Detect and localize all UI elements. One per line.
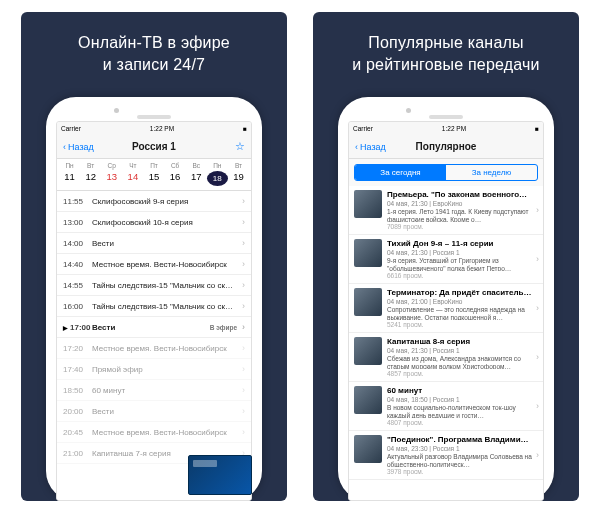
chevron-right-icon: › xyxy=(242,217,245,227)
popular-item[interactable]: 60 минут04 мая, 18:50 | Россия 1В новом … xyxy=(349,382,543,431)
phone-camera-dot xyxy=(114,108,119,113)
program-views: 6616 просм. xyxy=(387,272,538,279)
chevron-right-icon: › xyxy=(242,427,245,437)
live-player-pip[interactable] xyxy=(188,455,251,495)
schedule-row[interactable]: 14:55Тайны следствия-15 "Мальчик со скри… xyxy=(57,275,251,296)
chevron-right-icon: › xyxy=(536,254,539,264)
schedule-row[interactable]: 14:00Вести› xyxy=(57,233,251,254)
calendar-day[interactable]: 13 xyxy=(101,171,122,186)
program-title: Тихий Дон 9-я – 11-я серии xyxy=(387,239,538,248)
program-title: Терминатор: Да придёт спаситель… xyxy=(387,288,538,297)
chevron-right-icon: › xyxy=(242,280,245,290)
star-icon: ☆ xyxy=(235,140,245,152)
schedule-row[interactable]: 17:00ВестиВ эфире› xyxy=(57,317,251,338)
schedule-time: 17:40 xyxy=(63,365,87,374)
program-schedule[interactable]: 11:55Склифосовский 9-я серия›13:00Склифо… xyxy=(57,191,251,500)
promo-panel-right: Популярные каналы и рейтинговые передачи… xyxy=(313,12,579,501)
calendar-day[interactable]: 19 xyxy=(228,171,249,186)
segment-today[interactable]: За сегодня xyxy=(355,165,446,180)
phone-camera-dot xyxy=(406,108,411,113)
program-meta: 04 мая, 21:30 | ЕвроКино xyxy=(387,200,538,207)
program-thumbnail xyxy=(354,239,382,267)
back-button[interactable]: ‹ Назад xyxy=(63,142,94,152)
chevron-right-icon: › xyxy=(242,301,245,311)
schedule-time: 14:55 xyxy=(63,281,87,290)
favorite-button[interactable]: ☆ xyxy=(235,140,245,153)
schedule-title: Местное время. Вести-Новосибирск xyxy=(92,344,237,353)
program-title: Капитанша 8-я серия xyxy=(387,337,538,346)
schedule-time: 11:55 xyxy=(63,197,87,206)
schedule-row[interactable]: 17:40Прямой эфир› xyxy=(57,359,251,380)
schedule-row[interactable]: 13:00Склифосовский 10-я серия› xyxy=(57,212,251,233)
promo-panel-left: Онлайн-ТВ в эфире и записи 24/7 Carrier … xyxy=(21,12,287,501)
calendar-days[interactable]: 111213141516171819 xyxy=(59,171,249,186)
calendar-day[interactable]: 14 xyxy=(122,171,143,186)
schedule-title: 60 минут xyxy=(92,386,237,395)
program-views: 4807 просм. xyxy=(387,419,538,426)
schedule-row[interactable]: 17:20Местное время. Вести-Новосибирск› xyxy=(57,338,251,359)
schedule-row[interactable]: 11:55Склифосовский 9-я серия› xyxy=(57,191,251,212)
tagline-line1: Онлайн-ТВ в эфире xyxy=(78,34,230,51)
segment-week[interactable]: За неделю xyxy=(446,165,537,180)
calendar-day[interactable]: 18 xyxy=(207,171,228,186)
schedule-title: Местное время. Вести-Новосибирск xyxy=(92,260,237,269)
schedule-row[interactable]: 14:40Местное время. Вести-Новосибирск› xyxy=(57,254,251,275)
popular-item[interactable]: Тихий Дон 9-я – 11-я серии04 мая, 21:30 … xyxy=(349,235,543,284)
back-label: Назад xyxy=(68,142,94,152)
status-bar: Carrier 1:22 PM ■ xyxy=(349,122,543,135)
chevron-right-icon: › xyxy=(536,205,539,215)
schedule-title: Тайны следствия-15 "Мальчик со скри… xyxy=(92,281,237,290)
nav-bar: ‹ Назад Россия 1 ☆ xyxy=(57,135,251,159)
schedule-row[interactable]: 20:00Вести› xyxy=(57,401,251,422)
chevron-right-icon: › xyxy=(242,322,245,332)
schedule-title: Вести xyxy=(92,239,237,248)
back-label: Назад xyxy=(360,142,386,152)
program-title: "Поединок". Программа Владими… xyxy=(387,435,538,444)
chevron-right-icon: › xyxy=(242,238,245,248)
calendar-strip[interactable]: ПнВтСрЧтПтСбВсПнВт 111213141516171819 xyxy=(57,159,251,191)
popular-item[interactable]: "Поединок". Программа Владими…04 мая, 23… xyxy=(349,431,543,480)
popular-list[interactable]: Премьера. "По законам военного…04 мая, 2… xyxy=(349,186,543,500)
chevron-right-icon: › xyxy=(242,343,245,353)
calendar-day[interactable]: 11 xyxy=(59,171,80,186)
chevron-left-icon: ‹ xyxy=(355,142,358,152)
schedule-title: Склифосовский 10-я серия xyxy=(92,218,237,227)
status-carrier: Carrier xyxy=(353,125,373,132)
chevron-right-icon: › xyxy=(536,303,539,313)
program-thumbnail xyxy=(354,288,382,316)
calendar-day[interactable]: 15 xyxy=(143,171,164,186)
back-button[interactable]: ‹ Назад xyxy=(355,142,386,152)
schedule-row[interactable]: 16:00Тайны следствия-15 "Мальчик со скри… xyxy=(57,296,251,317)
popular-item[interactable]: Терминатор: Да придёт спаситель…04 мая, … xyxy=(349,284,543,333)
popular-item[interactable]: Капитанша 8-я серия04 мая, 21:30 | Росси… xyxy=(349,333,543,382)
chevron-right-icon: › xyxy=(242,196,245,206)
chevron-right-icon: › xyxy=(536,401,539,411)
program-title: Премьера. "По законам военного… xyxy=(387,190,538,199)
program-views: 3978 просм. xyxy=(387,468,538,475)
program-views: 7089 просм. xyxy=(387,223,538,230)
program-meta: 04 мая, 21:30 | Россия 1 xyxy=(387,347,538,354)
schedule-time: 17:00 xyxy=(63,323,87,332)
schedule-title: Тайны следствия-15 "Мальчик со скри… xyxy=(92,302,237,311)
nav-bar: ‹ Назад Популярное xyxy=(349,135,543,159)
popular-item[interactable]: Премьера. "По законам военного…04 мая, 2… xyxy=(349,186,543,235)
program-thumbnail xyxy=(354,386,382,414)
calendar-day[interactable]: 16 xyxy=(165,171,186,186)
schedule-row[interactable]: 20:45Местное время. Вести-Новосибирск› xyxy=(57,422,251,443)
status-battery: ■ xyxy=(243,125,247,132)
program-desc: В новом социально-политическом ток-шоу к… xyxy=(387,404,538,418)
calendar-day[interactable]: 17 xyxy=(186,171,207,186)
program-meta: 04 мая, 21:00 | ЕвроКино xyxy=(387,298,538,305)
chevron-left-icon: ‹ xyxy=(63,142,66,152)
segmented-control[interactable]: За сегодня За неделю xyxy=(354,164,538,181)
calendar-day[interactable]: 12 xyxy=(80,171,101,186)
tagline-line1: Популярные каналы xyxy=(368,34,524,51)
iphone-mockup: Carrier 1:22 PM ■ ‹ Назад Популярное За … xyxy=(338,97,554,501)
schedule-title: Склифосовский 9-я серия xyxy=(92,197,237,206)
program-views: 5241 просм. xyxy=(387,321,538,328)
chevron-right-icon: › xyxy=(242,406,245,416)
schedule-row[interactable]: 18:5060 минут› xyxy=(57,380,251,401)
status-carrier: Carrier xyxy=(61,125,81,132)
schedule-time: 16:00 xyxy=(63,302,87,311)
schedule-title: Вести xyxy=(92,407,237,416)
